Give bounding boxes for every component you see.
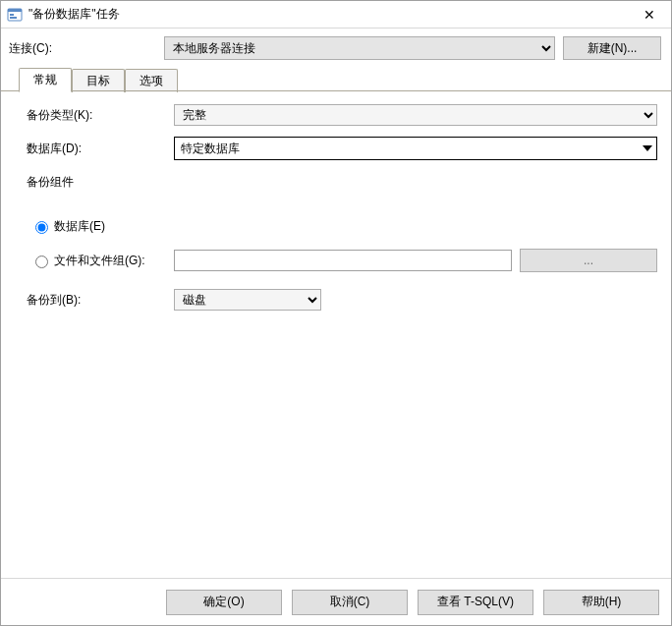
cancel-button[interactable]: 取消(C) xyxy=(292,590,408,615)
row-database: 数据库(D): 特定数据库 xyxy=(27,137,657,160)
tab-target[interactable]: 目标 xyxy=(72,69,125,92)
ok-button[interactable]: 确定(O) xyxy=(166,590,282,615)
filegroup-browse-button[interactable]: ... xyxy=(520,249,657,272)
form-body: 备份类型(K): 完整 数据库(D): 特定数据库 备份组件 数据库 xyxy=(1,91,671,578)
dropdown-arrow-icon xyxy=(639,138,656,159)
close-button[interactable]: ✕ xyxy=(627,1,671,28)
database-label: 数据库(D): xyxy=(27,141,174,157)
connection-label: 连接(C): xyxy=(9,40,156,57)
component-label: 备份组件 xyxy=(27,174,174,191)
footer: 确定(O) 取消(C) 查看 T-SQL(V) 帮助(H) xyxy=(1,578,671,625)
titlebar: "备份数据库"任务 ✕ xyxy=(1,1,671,28)
row-backup-to: 备份到(B): 磁盘 xyxy=(27,288,657,312)
view-tsql-button[interactable]: 查看 T-SQL(V) xyxy=(418,590,533,615)
connection-row: 连接(C): 本地服务器连接 新建(N)... xyxy=(1,28,671,68)
help-button[interactable]: 帮助(H) xyxy=(543,590,659,615)
svg-marker-4 xyxy=(643,145,652,151)
tab-options-label: 选项 xyxy=(140,74,163,87)
tab-options[interactable]: 选项 xyxy=(125,69,178,92)
row-component-header: 备份组件 xyxy=(27,170,657,194)
tab-general[interactable]: 常规 xyxy=(19,68,72,92)
radio-database-label: 数据库(E) xyxy=(54,218,105,235)
row-radio-filegroup: 文件和文件组(G): ... xyxy=(27,249,657,272)
new-connection-button[interactable]: 新建(N)... xyxy=(563,36,661,60)
backup-to-label: 备份到(B): xyxy=(27,292,174,309)
row-radio-database: 数据库(E) xyxy=(30,215,657,237)
backup-to-select[interactable]: 磁盘 xyxy=(174,289,321,311)
window-title: "备份数据库"任务 xyxy=(28,6,120,23)
tabs: 常规 目标 选项 xyxy=(1,68,671,91)
row-backup-type: 备份类型(K): 完整 xyxy=(27,103,657,127)
backup-type-label: 备份类型(K): xyxy=(27,107,174,124)
svg-rect-3 xyxy=(10,17,17,19)
svg-rect-2 xyxy=(10,14,14,16)
close-icon: ✕ xyxy=(644,7,655,23)
app-icon xyxy=(7,7,23,23)
svg-rect-1 xyxy=(8,9,22,12)
filegroup-input[interactable] xyxy=(174,250,512,271)
database-select[interactable]: 特定数据库 xyxy=(174,137,657,160)
backup-type-select[interactable]: 完整 xyxy=(174,104,657,126)
tab-target-label: 目标 xyxy=(86,74,110,87)
radio-database[interactable] xyxy=(35,221,48,234)
database-select-text: 特定数据库 xyxy=(175,141,639,157)
radio-filegroup[interactable] xyxy=(35,256,48,268)
tab-general-label: 常规 xyxy=(33,73,57,86)
radio-filegroup-label: 文件和文件组(G): xyxy=(54,253,145,269)
connection-select[interactable]: 本地服务器连接 xyxy=(164,36,555,60)
